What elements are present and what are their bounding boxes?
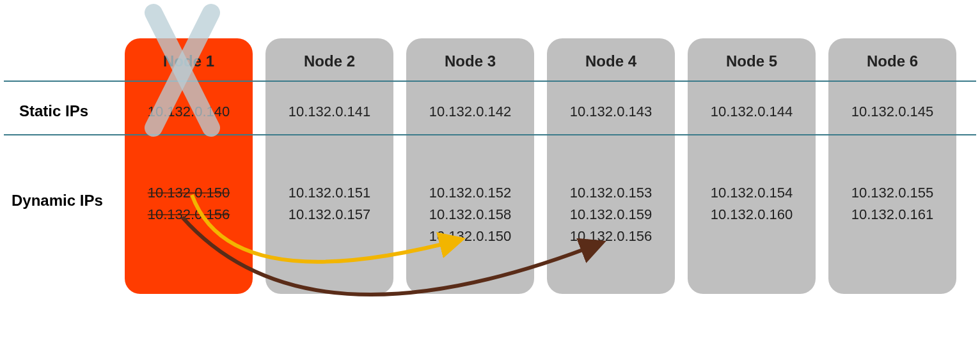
dynamic-ips: 10.132.0.150 10.132.0.156	[125, 182, 253, 226]
dynamic-ip: 10.132.0.154	[688, 182, 816, 204]
dynamic-ips-label: Dynamic IPs	[12, 192, 103, 210]
node-column-6: Node 6 10.132.0.145 10.132.0.155 10.132.…	[828, 38, 956, 294]
dynamic-ip: 10.132.0.152	[406, 182, 534, 204]
dynamic-ip: 10.132.0.155	[828, 182, 956, 204]
static-ip: 10.132.0.141	[265, 104, 393, 120]
dynamic-ip: 10.132.0.153	[547, 182, 675, 204]
dynamic-ip: 10.132.0.157	[265, 204, 393, 226]
divider-line	[4, 134, 976, 135]
dynamic-ip: 10.132.0.156	[547, 226, 675, 247]
dynamic-ip: 10.132.0.161	[828, 204, 956, 226]
node-column-1: Node 1 10.132.0.140 10.132.0.150 10.132.…	[125, 38, 253, 294]
static-ip: 10.132.0.140	[125, 104, 253, 120]
dynamic-ips: 10.132.0.152 10.132.0.158 10.132.0.150	[406, 182, 534, 247]
dynamic-ip: 10.132.0.150	[125, 182, 253, 204]
dynamic-ip: 10.132.0.150	[406, 226, 534, 247]
dynamic-ips: 10.132.0.154 10.132.0.160	[688, 182, 816, 226]
dynamic-ip: 10.132.0.158	[406, 204, 534, 226]
static-ip: 10.132.0.145	[828, 104, 956, 120]
node-header: Node 5	[688, 38, 816, 70]
dynamic-ip: 10.132.0.160	[688, 204, 816, 226]
dynamic-ips: 10.132.0.155 10.132.0.161	[828, 182, 956, 226]
dynamic-ips: 10.132.0.153 10.132.0.159 10.132.0.156	[547, 182, 675, 247]
node-header: Node 6	[828, 38, 956, 70]
node-header: Node 2	[265, 38, 393, 70]
node-column-3: Node 3 10.132.0.142 10.132.0.152 10.132.…	[406, 38, 534, 294]
node-header: Node 4	[547, 38, 675, 70]
diagram-container: Static IPs Dynamic IPs Node 1 10.132.0.1…	[0, 0, 980, 338]
node-header: Node 3	[406, 38, 534, 70]
static-ip: 10.132.0.144	[688, 104, 816, 120]
dynamic-ip: 10.132.0.156	[125, 204, 253, 226]
static-ip: 10.132.0.143	[547, 104, 675, 120]
divider-line	[4, 81, 976, 82]
node-column-4: Node 4 10.132.0.143 10.132.0.153 10.132.…	[547, 38, 675, 294]
node-column-2: Node 2 10.132.0.141 10.132.0.151 10.132.…	[265, 38, 393, 294]
node-column-5: Node 5 10.132.0.144 10.132.0.154 10.132.…	[688, 38, 816, 294]
static-ips-label: Static IPs	[19, 102, 88, 120]
dynamic-ips: 10.132.0.151 10.132.0.157	[265, 182, 393, 226]
node-header: Node 1	[125, 38, 253, 70]
static-ip: 10.132.0.142	[406, 104, 534, 120]
dynamic-ip: 10.132.0.151	[265, 182, 393, 204]
dynamic-ip: 10.132.0.159	[547, 204, 675, 226]
